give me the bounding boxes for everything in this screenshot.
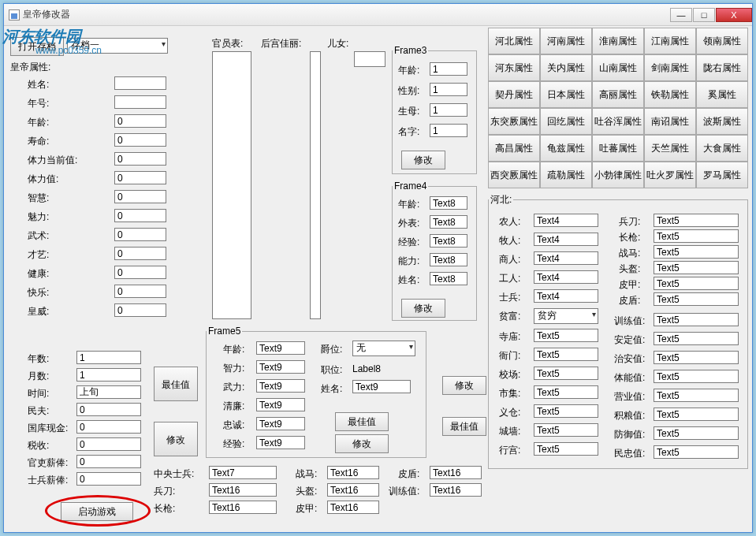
f4-name-input[interactable] [430,272,467,285]
modify-button[interactable]: 修改 [154,422,198,456]
save-slot-combo[interactable]: 存档一 [67,38,168,54]
frame5-name-input[interactable] [352,380,411,393]
prov-temple-input[interactable] [534,329,598,342]
f4-exp-input[interactable] [430,234,467,248]
frame5-best2[interactable]: 最佳值 [442,417,486,436]
region-btn-12[interactable]: 高丽属性 [592,81,644,108]
prov-order-input[interactable] [654,351,739,364]
emp-age-input[interactable] [114,114,166,128]
frame5-rank-combo[interactable]: 无 [352,341,415,356]
launch-game-button[interactable]: 启动游戏 [61,502,133,521]
time-labor-input[interactable] [76,403,141,416]
prov-yamen-input[interactable] [534,348,598,361]
emp-wis-input[interactable] [114,190,166,203]
region-btn-25[interactable]: 西突厥属性 [488,162,540,188]
region-btn-20[interactable]: 高昌属性 [488,135,540,162]
open-save-button[interactable]: 打开存档 [10,37,64,56]
prov-loyal-input[interactable] [654,445,739,459]
f5-loy-input[interactable] [256,417,305,430]
maximize-button[interactable]: □ [693,8,715,22]
emp-heal-input[interactable] [114,266,166,279]
emp-name-input[interactable] [114,76,166,90]
region-btn-27[interactable]: 小勃律属性 [592,162,644,188]
region-btn-6[interactable]: 关内属性 [540,54,592,81]
best-value-button[interactable]: 最佳值 [154,367,198,401]
emp-pres-input[interactable] [114,303,166,317]
f5-exp-input[interactable] [256,436,305,449]
region-btn-9[interactable]: 陇右属性 [696,54,748,81]
prov-spear-input[interactable] [654,229,739,243]
region-btn-1[interactable]: 河南属性 [540,28,592,54]
time-year-input[interactable] [76,351,141,364]
region-btn-8[interactable]: 剑南属性 [644,54,696,81]
f3-age-input[interactable] [430,62,467,76]
region-btn-21[interactable]: 龟兹属性 [540,135,592,162]
prov-farmer-input[interactable] [534,214,598,227]
f5-age-input[interactable] [256,341,305,355]
prov-stable-input[interactable] [654,332,739,345]
f3-name-input[interactable] [430,124,467,137]
emp-life-input[interactable] [114,133,166,147]
region-btn-26[interactable]: 疏勒属性 [540,162,592,188]
region-btn-28[interactable]: 吐火罗属性 [644,162,696,188]
region-btn-11[interactable]: 日本属性 [540,81,592,108]
region-btn-3[interactable]: 江南属性 [644,28,696,54]
region-btn-7[interactable]: 山南属性 [592,54,644,81]
region-btn-16[interactable]: 回纥属性 [540,108,592,135]
region-btn-19[interactable]: 波斯属性 [696,108,748,135]
f5-hon-input[interactable] [256,398,305,411]
prov-helm-input[interactable] [654,261,739,274]
prov-supply-input[interactable] [654,389,739,402]
region-btn-10[interactable]: 契丹属性 [488,81,540,108]
f5-int-input[interactable] [256,360,305,374]
f4-look-input[interactable] [430,215,467,229]
f3-sex-input[interactable] [430,83,467,96]
region-btn-29[interactable]: 罗马属性 [696,162,748,188]
time-treasury-input[interactable] [76,420,141,434]
f3-mother-input[interactable] [430,103,467,117]
prov-worker-input[interactable] [534,270,598,284]
frame5-modify2[interactable]: 修改 [442,376,486,395]
region-btn-23[interactable]: 天竺属性 [644,135,696,162]
emp-mar-input[interactable] [114,228,166,241]
frame3-modify[interactable]: 修改 [401,151,445,169]
f4-abi-input[interactable] [430,253,467,266]
army-lshd-input[interactable] [430,466,482,479]
time-solpay-input[interactable] [76,472,141,486]
region-btn-14[interactable]: 奚属性 [696,81,748,108]
region-btn-15[interactable]: 东突厥属性 [488,108,540,135]
prov-horse-input[interactable] [654,245,739,259]
time-tax-input[interactable] [76,437,141,451]
prov-soldier-input[interactable] [534,289,598,303]
region-btn-17[interactable]: 吐谷浑属性 [592,108,644,135]
region-btn-0[interactable]: 河北属性 [488,28,540,54]
time-period-input[interactable] [76,385,141,399]
prov-larm-input[interactable] [654,277,739,290]
time-offpay-input[interactable] [76,455,141,468]
prov-granary-input[interactable] [534,404,598,418]
time-month-input[interactable] [76,368,141,382]
emp-hpcur-input[interactable] [114,152,166,166]
emp-cha-input[interactable] [114,209,166,222]
region-btn-4[interactable]: 领南属性 [696,28,748,54]
f5-mar-input[interactable] [256,379,305,393]
frame4-modify[interactable]: 修改 [401,299,445,318]
army-horse-input[interactable] [327,466,379,479]
harem-list[interactable] [310,51,321,319]
prov-merch-input[interactable] [534,251,598,265]
minimize-button[interactable]: — [670,8,692,22]
officials-list[interactable] [212,51,251,319]
region-btn-24[interactable]: 大食属性 [696,135,748,162]
emp-art-input[interactable] [114,247,166,260]
prov-school-input[interactable] [534,367,598,380]
emp-era-input[interactable] [114,95,166,109]
region-btn-2[interactable]: 淮南属性 [592,28,644,54]
prov-stam-input[interactable] [654,370,739,383]
region-btn-22[interactable]: 吐蕃属性 [592,135,644,162]
prov-train-input[interactable] [654,313,739,326]
prov-wealth-combo[interactable]: 贫穷 [534,308,598,324]
prov-grain-input[interactable] [654,408,739,421]
prov-palace-input[interactable] [534,442,598,456]
region-btn-18[interactable]: 南诏属性 [644,108,696,135]
frame5-best[interactable]: 最佳值 [335,412,389,431]
